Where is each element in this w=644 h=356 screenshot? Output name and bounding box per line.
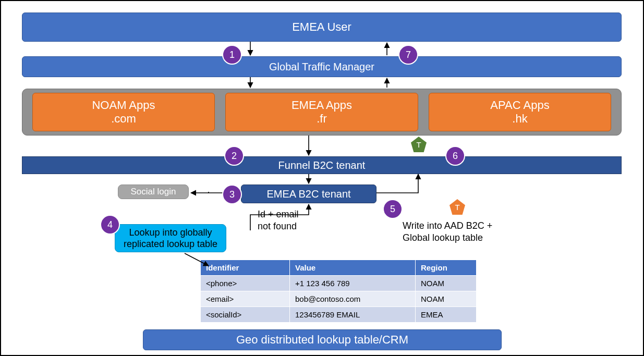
table-row: <email> bob@contoso.com NOAM <box>201 291 477 307</box>
lookup-table: Identifier Value Region <phone> +1 123 4… <box>200 260 477 323</box>
step-1: 1 <box>222 45 242 65</box>
diagram-canvas: EMEA User Global Traffic Manager NOAM Ap… <box>0 0 644 356</box>
step-3: 3 <box>222 185 242 204</box>
step-6: 6 <box>445 146 465 166</box>
write-label: Write into AAD B2C + Global lookup table <box>403 220 492 244</box>
step-4: 4 <box>100 215 120 235</box>
step-2: 2 <box>224 146 244 166</box>
table-row: <socialId> 123456789 EMAIL EMEA <box>201 307 477 323</box>
lookup-table-box: Lookup into globally replicated lookup t… <box>115 224 226 252</box>
noam-apps-box: NOAM Apps .com <box>32 93 215 131</box>
footer-box: Geo distributed lookup table/CRM <box>143 329 502 350</box>
step-7: 7 <box>398 45 418 65</box>
funnel-b2c-box: Funnel B2C tenant <box>22 156 622 174</box>
gtm-box: Global Traffic Manager <box>22 56 622 77</box>
th-value: Value <box>290 260 416 276</box>
emea-apps-box: EMEA Apps .fr <box>225 93 418 131</box>
table-row: <phone> +1 123 456 789 NOAM <box>201 276 477 291</box>
step-5: 5 <box>383 199 403 219</box>
emea-b2c-tenant-box: EMEA B2C tenant <box>241 185 376 203</box>
apac-apps-box: APAC Apps .hk <box>429 93 611 131</box>
emea-user-box: EMEA User <box>22 13 622 42</box>
th-identifier: Identifier <box>201 260 290 276</box>
th-region: Region <box>416 260 477 276</box>
pentagon-t-orange: T <box>449 199 465 215</box>
pentagon-t-green: T <box>411 137 427 152</box>
social-login-tag: Social login <box>118 185 189 199</box>
not-found-label: Id + email not found <box>258 208 299 233</box>
